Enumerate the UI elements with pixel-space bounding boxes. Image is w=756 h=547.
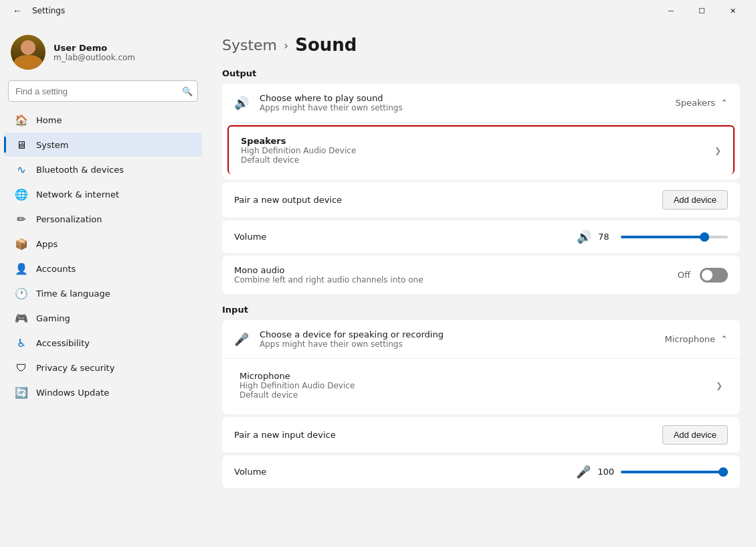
speakers-sub2: Default device	[241, 155, 704, 165]
sidebar-item-system[interactable]: 🖥 System	[4, 133, 202, 157]
nav-list: 🏠 Home 🖥 System ∿ Bluetooth & devices 🌐 …	[0, 107, 206, 405]
sidebar-item-personalization[interactable]: ✏️ Personalization	[4, 207, 202, 231]
sidebar-item-accessibility[interactable]: ♿ Accessibility	[4, 331, 202, 355]
speakers-right: ❯	[715, 146, 721, 155]
apps-icon: 📦	[15, 237, 28, 250]
main-content: System › Sound Output 🔊 Choose where to …	[206, 21, 756, 547]
pair-output-label: Pair a new output device	[234, 195, 342, 205]
close-button[interactable]: ✕	[717, 0, 748, 21]
mic-chevron: ❯	[716, 381, 723, 390]
sidebar-item-network[interactable]: 🌐 Network & internet	[4, 182, 202, 206]
sidebar-item-home[interactable]: 🏠 Home	[4, 108, 202, 132]
speakers-row[interactable]: Speakers High Definition Audio Device De…	[227, 125, 735, 174]
input-expand-icon: ⌃	[721, 334, 728, 344]
accessibility-icon: ♿	[15, 336, 28, 349]
update-icon: 🔄	[15, 386, 28, 399]
output-choose-subtitle: Apps might have their own settings	[260, 103, 664, 112]
input-volume-controls: 🎤 100	[576, 465, 728, 479]
sidebar-item-apps[interactable]: 📦 Apps	[4, 232, 202, 256]
app-title: Settings	[32, 6, 65, 15]
speakers-chevron: ❯	[715, 146, 721, 155]
mic-right: ❯	[716, 381, 723, 390]
search-input[interactable]	[8, 80, 198, 102]
sidebar-item-label-accounts: Accounts	[36, 264, 76, 274]
add-output-device-button[interactable]: Add device	[662, 190, 728, 210]
input-volume-slider[interactable]	[621, 465, 728, 479]
output-volume-label: Volume	[234, 232, 566, 242]
mono-audio-row: Mono audio Combine left and right audio …	[222, 256, 740, 294]
back-button[interactable]: ←	[8, 1, 27, 20]
input-slider-thumb[interactable]	[719, 467, 728, 477]
speakers-sub1: High Definition Audio Device	[241, 146, 704, 155]
sidebar: User Demo m_lab@outlook.com 🔍 🏠 Home 🖥 S…	[0, 21, 206, 547]
output-choose-content: Choose where to play sound Apps might ha…	[260, 93, 664, 112]
window-controls: ─ ☐ ✕	[656, 0, 748, 21]
restore-button[interactable]: ☐	[686, 0, 717, 21]
mono-toggle[interactable]	[700, 268, 728, 283]
pair-input-row: Pair a new input device Add device	[222, 417, 740, 453]
mic-content: Microphone High Definition Audio Device …	[240, 371, 705, 400]
input-slider-track	[621, 471, 728, 473]
mic-title: Microphone	[240, 371, 705, 381]
output-volume-slider[interactable]	[621, 230, 728, 244]
output-volume-controls: 🔊 78	[577, 230, 728, 244]
pair-output-row: Pair a new output device Add device	[222, 182, 740, 218]
speaker-icon: 🔊	[234, 96, 249, 110]
input-section: Input 🎤 Choose a device for speaking or …	[222, 305, 740, 488]
sidebar-item-label-apps: Apps	[36, 239, 58, 249]
mono-state-label: Off	[678, 270, 690, 280]
sidebar-item-accounts[interactable]: 👤 Accounts	[4, 256, 202, 281]
personalization-icon: ✏️	[15, 212, 28, 226]
slider-thumb[interactable]	[700, 232, 709, 242]
sidebar-item-label-accessibility: Accessibility	[36, 338, 90, 348]
input-label: Input	[222, 305, 740, 315]
avatar	[11, 35, 45, 70]
toggle-thumb	[702, 270, 713, 281]
slider-fill	[621, 236, 704, 238]
add-input-device-button[interactable]: Add device	[662, 425, 728, 445]
mono-right: Off	[678, 268, 728, 283]
sidebar-item-update[interactable]: 🔄 Windows Update	[4, 380, 202, 404]
speakers-title: Speakers	[241, 136, 704, 146]
user-email: m_lab@outlook.com	[54, 53, 135, 62]
user-name: User Demo	[54, 43, 135, 53]
sidebar-item-bluetooth[interactable]: ∿ Bluetooth & devices	[4, 157, 202, 181]
input-volume-row: Volume 🎤 100	[222, 455, 740, 488]
output-section: Output 🔊 Choose where to play sound Apps…	[222, 68, 740, 294]
user-info: User Demo m_lab@outlook.com	[54, 43, 135, 62]
input-choose-row[interactable]: 🎤 Choose a device for speaking or record…	[222, 320, 740, 359]
slider-track	[621, 236, 728, 238]
sidebar-item-label-network: Network & internet	[36, 189, 119, 200]
output-label: Output	[222, 68, 740, 78]
sidebar-item-time[interactable]: 🕐 Time & language	[4, 281, 202, 305]
privacy-icon: 🛡	[15, 361, 28, 374]
input-choose-title: Choose a device for speaking or recordin…	[260, 329, 654, 339]
mic-sub2: Default device	[240, 390, 705, 400]
breadcrumb: System	[222, 37, 277, 54]
main-container: User Demo m_lab@outlook.com 🔍 🏠 Home 🖥 S…	[0, 21, 756, 547]
sidebar-item-label-home: Home	[36, 115, 62, 125]
sidebar-item-label-time: Time & language	[36, 289, 110, 299]
output-choose-row[interactable]: 🔊 Choose where to play sound Apps might …	[222, 84, 740, 123]
sidebar-item-gaming[interactable]: 🎮 Gaming	[4, 306, 202, 330]
microphone-row[interactable]: Microphone High Definition Audio Device …	[227, 362, 735, 409]
volume-icon: 🔊	[577, 230, 591, 244]
user-profile[interactable]: User Demo m_lab@outlook.com	[0, 27, 206, 80]
mono-title: Mono audio	[234, 265, 667, 275]
input-volume-label: Volume	[234, 467, 565, 477]
speakers-row-wrapper: Speakers High Definition Audio Device De…	[222, 123, 740, 179]
sidebar-item-label-personalization: Personalization	[36, 214, 102, 224]
output-expand-icon: ⌃	[721, 98, 728, 108]
sidebar-item-label-bluetooth: Bluetooth & devices	[36, 165, 124, 175]
input-slider-fill	[621, 471, 728, 473]
page-title: Sound	[295, 35, 357, 55]
pair-input-label: Pair a new input device	[234, 430, 336, 440]
speakers-content: Speakers High Definition Audio Device De…	[241, 136, 704, 165]
input-volume-value: 100	[597, 467, 614, 477]
sidebar-item-label-system: System	[36, 140, 68, 150]
search-box: 🔍	[8, 80, 198, 102]
minimize-button[interactable]: ─	[656, 0, 686, 21]
sidebar-item-privacy[interactable]: 🛡 Privacy & security	[4, 356, 202, 380]
gaming-icon: 🎮	[15, 311, 28, 325]
sidebar-item-label-privacy: Privacy & security	[36, 363, 114, 373]
